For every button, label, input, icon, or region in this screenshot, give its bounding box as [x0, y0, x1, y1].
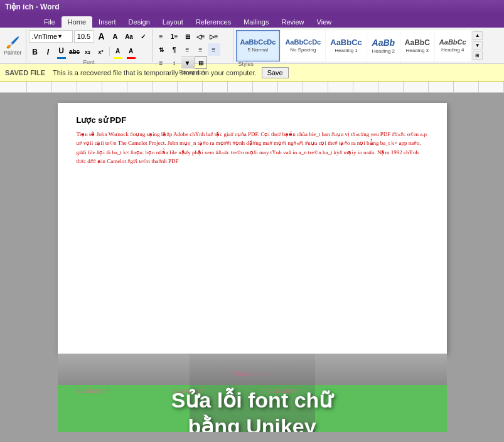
notif-saved-label: SAVED FILE: [5, 69, 45, 76]
title-bar-text: Tiện ích - Word: [5, 3, 60, 11]
watermark-center: thuthuat.vn: [233, 369, 271, 378]
strikethrough-btn[interactable]: abc: [68, 46, 81, 58]
align-center-btn[interactable]: ≡: [195, 43, 207, 56]
ruler: [0, 82, 504, 93]
justify-btn[interactable]: ≡: [155, 56, 168, 69]
notif-save-button[interactable]: Save: [262, 67, 289, 78]
line-spacing-btn[interactable]: ↕: [168, 56, 181, 69]
tab-layout[interactable]: Layout: [156, 16, 190, 28]
bullet-list-btn[interactable]: ≡: [155, 30, 168, 43]
font-name-box[interactable]: .VnTime ▼: [29, 30, 73, 43]
tab-review[interactable]: Review: [276, 16, 311, 28]
font-shrink-btn[interactable]: A: [109, 30, 122, 43]
document-title: Lược sử PDF: [77, 115, 428, 125]
painter-section: 🖌️ Painter: [0, 29, 26, 62]
underline-btn[interactable]: U: [55, 45, 68, 59]
style-heading4-label: Heading 4: [441, 47, 464, 53]
font-group-label: Font: [83, 59, 95, 65]
italic-btn[interactable]: I: [42, 46, 55, 58]
tab-design[interactable]: Design: [122, 16, 156, 28]
increase-indent-btn[interactable]: ▷≡: [208, 30, 220, 43]
ruler-inner: [26, 82, 504, 92]
font-size-box[interactable]: 10.5: [74, 30, 94, 43]
style-heading1-label: Heading 1: [335, 48, 357, 53]
borders-btn[interactable]: ⊞: [195, 56, 207, 69]
document-area: Lược sử PDF Tiẹn sẽ John Warnock #oụng s…: [0, 93, 504, 442]
tab-insert[interactable]: Insert: [92, 16, 122, 28]
style-heading1-preview: AaBbCc: [330, 38, 362, 46]
document-container: Lược sử PDF Tiẹn sẽ John Warnock #oụng s…: [58, 103, 447, 432]
style-heading1[interactable]: AaBbCc Heading 1: [326, 30, 367, 61]
style-normal-label: ¶ Normal: [248, 47, 268, 53]
text-highlight-btn[interactable]: A: [112, 45, 124, 59]
tab-references[interactable]: References: [190, 16, 237, 28]
style-normal-preview: AaBbCcDc: [240, 39, 276, 46]
shading-btn[interactable]: ▼: [181, 56, 194, 69]
font-grow-btn[interactable]: A: [95, 30, 108, 43]
overlay-text: Sửa lỗi font chữ bằng Unikey: [58, 387, 447, 433]
superscript-btn[interactable]: x²: [95, 46, 107, 58]
style-heading4[interactable]: AaBbCc Heading 4: [435, 30, 471, 61]
style-heading2-label: Heading 2: [372, 48, 395, 54]
overlay-text-line1: Sửa lỗi font chữ: [58, 387, 447, 414]
font-color-btn[interactable]: A: [125, 45, 137, 59]
font-group: .VnTime ▼ 10.5 A A Aa ✓ B I U abc x₂: [26, 29, 153, 62]
document-page: Lược sử PDF Tiẹn sẽ John Warnock #oụng s…: [58, 103, 447, 354]
painter-label: Painter: [4, 50, 22, 56]
styles-scroll-down[interactable]: ▼: [473, 41, 483, 50]
overlay-text-line2: bằng Unikey: [58, 413, 447, 432]
notif-text: This is a recovered file that is tempora…: [53, 69, 257, 76]
tab-home[interactable]: Home: [62, 16, 92, 28]
image-overlay: Sửa lỗi font chữ bằng Unikey thuthuat.vn…: [58, 354, 447, 432]
style-no-spacing[interactable]: AaBbCcDc No Spacing: [281, 30, 325, 61]
style-heading2-preview: AaBb: [372, 38, 395, 47]
ribbon-main: 🖌️ Painter .VnTime ▼ 10.5 A A Aa ✓ B I: [0, 28, 504, 64]
style-heading2[interactable]: AaBb Heading 2: [367, 30, 400, 61]
font-case-btn[interactable]: Aa: [123, 30, 136, 43]
style-normal[interactable]: AaBbCcDc ¶ Normal: [236, 30, 281, 61]
tab-file[interactable]: File: [38, 16, 62, 28]
tab-view[interactable]: View: [311, 16, 338, 28]
style-heading3[interactable]: AaBbC Heading 3: [400, 30, 434, 61]
paragraph-group: ≡ 1≡ ⊞ ◁≡ ▷≡ ⇅ ¶ ≡ ≡ ≡ ≡ ↕ ▼ ⊞ Paragraph: [153, 29, 233, 62]
show-marks-btn[interactable]: ¶: [168, 43, 181, 56]
styles-group-label: Styles: [236, 61, 501, 67]
styles-group: AaBbCcDc ¶ Normal AaBbCcDc No Spacing Aa…: [233, 29, 504, 62]
sort-btn[interactable]: ⇅: [155, 43, 168, 56]
align-left-btn[interactable]: ≡: [181, 43, 194, 56]
styles-scroll: ▲ ▼ ⊞: [471, 30, 484, 61]
style-heading4-preview: AaBbCc: [439, 39, 466, 46]
numbered-list-btn[interactable]: 1≡: [168, 30, 181, 43]
style-heading3-label: Heading 3: [406, 48, 429, 53]
ribbon-tabs: File Home Insert Design Layout Reference…: [0, 14, 504, 28]
painter-icon[interactable]: 🖌️: [6, 36, 19, 50]
styles-more[interactable]: ⊞: [473, 51, 483, 60]
document-body[interactable]: Tiẹn sẽ John Warnock #oụng sạing lậ#p Ad…: [77, 130, 428, 166]
align-right-btn[interactable]: ≡: [208, 43, 220, 56]
style-heading3-preview: AaBbC: [405, 39, 430, 46]
multilevel-list-btn[interactable]: ⊞: [181, 30, 194, 43]
decrease-indent-btn[interactable]: ◁≡: [195, 30, 207, 43]
title-bar: Tiện ích - Word: [0, 0, 504, 14]
clear-format-btn[interactable]: ✓: [137, 30, 149, 43]
style-no-spacing-preview: AaBbCcDc: [285, 39, 321, 46]
styles-scroll-up[interactable]: ▲: [473, 31, 483, 40]
subscript-btn[interactable]: x₂: [82, 46, 94, 58]
tab-mailings[interactable]: Mailings: [237, 16, 275, 28]
style-no-spacing-label: No Spacing: [290, 47, 316, 53]
bold-btn[interactable]: B: [29, 46, 41, 58]
